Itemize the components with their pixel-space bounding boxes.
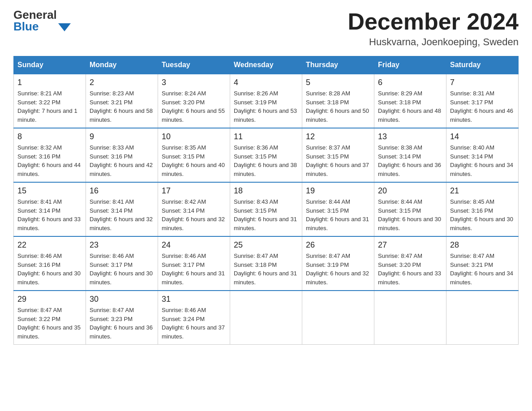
sunrise-label: Sunrise: 8:44 AM: [378, 198, 422, 205]
table-row: [230, 291, 302, 345]
sunset-label: Sunset: 3:14 PM: [378, 153, 421, 160]
page-header: General Blue December 2024 Huskvarna, Jo…: [13, 9, 519, 48]
day-number: 11: [234, 132, 298, 141]
day-info: Sunrise: 8:29 AM Sunset: 3:18 PM Dayligh…: [378, 89, 442, 124]
sunrise-label: Sunrise: 8:47 AM: [90, 307, 134, 313]
daylight-label: Daylight: 6 hours and 36 minutes.: [90, 324, 153, 340]
day-info: Sunrise: 8:44 AM Sunset: 3:15 PM Dayligh…: [306, 197, 370, 232]
day-number: 14: [450, 132, 515, 141]
daylight-label: Daylight: 6 hours and 44 minutes.: [17, 162, 81, 177]
sunset-label: Sunset: 3:14 PM: [17, 207, 60, 214]
table-row: 1 Sunrise: 8:21 AM Sunset: 3:22 PM Dayli…: [14, 74, 86, 128]
sunset-label: Sunset: 3:16 PM: [17, 153, 60, 160]
day-number: 12: [306, 132, 370, 141]
table-row: [302, 291, 374, 345]
day-info: Sunrise: 8:43 AM Sunset: 3:15 PM Dayligh…: [234, 197, 298, 232]
day-number: 24: [162, 240, 226, 250]
calendar-week-row: 8 Sunrise: 8:32 AM Sunset: 3:16 PM Dayli…: [14, 128, 519, 182]
sunrise-label: Sunrise: 8:43 AM: [234, 198, 278, 205]
sunset-label: Sunset: 3:16 PM: [90, 153, 133, 160]
sunset-label: Sunset: 3:15 PM: [162, 153, 205, 160]
sunset-label: Sunset: 3:22 PM: [17, 316, 60, 322]
logo: General Blue: [13, 9, 71, 32]
sunrise-label: Sunrise: 8:35 AM: [162, 144, 206, 151]
calendar-week-row: 15 Sunrise: 8:41 AM Sunset: 3:14 PM Dayl…: [14, 182, 519, 236]
sunrise-label: Sunrise: 8:21 AM: [17, 90, 62, 97]
day-info: Sunrise: 8:40 AM Sunset: 3:14 PM Dayligh…: [450, 143, 515, 178]
logo-blue-text: Blue: [13, 21, 57, 32]
sunset-label: Sunset: 3:23 PM: [90, 316, 133, 322]
day-info: Sunrise: 8:41 AM Sunset: 3:14 PM Dayligh…: [90, 197, 154, 232]
daylight-label: Daylight: 7 hours and 1 minute.: [17, 107, 77, 123]
day-info: Sunrise: 8:32 AM Sunset: 3:16 PM Dayligh…: [17, 143, 82, 178]
day-number: 31: [162, 295, 226, 304]
day-number: 29: [17, 295, 82, 304]
table-row: 3 Sunrise: 8:24 AM Sunset: 3:20 PM Dayli…: [158, 74, 230, 128]
sunset-label: Sunset: 3:15 PM: [234, 207, 277, 214]
sunset-label: Sunset: 3:14 PM: [90, 207, 133, 214]
sunrise-label: Sunrise: 8:41 AM: [90, 198, 134, 205]
daylight-label: Daylight: 6 hours and 30 minutes.: [450, 216, 513, 231]
sunrise-label: Sunrise: 8:31 AM: [450, 90, 494, 97]
sunrise-label: Sunrise: 8:47 AM: [450, 253, 494, 259]
day-info: Sunrise: 8:21 AM Sunset: 3:22 PM Dayligh…: [17, 89, 82, 124]
sunrise-label: Sunrise: 8:46 AM: [162, 253, 206, 259]
sunset-label: Sunset: 3:21 PM: [90, 99, 133, 106]
day-number: 20: [378, 186, 442, 196]
sunrise-label: Sunrise: 8:32 AM: [17, 144, 62, 151]
table-row: 17 Sunrise: 8:42 AM Sunset: 3:14 PM Dayl…: [158, 182, 230, 236]
day-number: 6: [378, 78, 442, 87]
table-row: 5 Sunrise: 8:28 AM Sunset: 3:18 PM Dayli…: [302, 74, 374, 128]
day-info: Sunrise: 8:47 AM Sunset: 3:22 PM Dayligh…: [17, 306, 82, 341]
day-info: Sunrise: 8:35 AM Sunset: 3:15 PM Dayligh…: [162, 143, 226, 178]
col-thursday: Thursday: [302, 56, 374, 74]
sunrise-label: Sunrise: 8:36 AM: [234, 144, 278, 151]
daylight-label: Daylight: 6 hours and 31 minutes.: [306, 216, 369, 231]
daylight-label: Daylight: 6 hours and 48 minutes.: [378, 107, 441, 123]
sunset-label: Sunset: 3:20 PM: [162, 99, 205, 106]
sunrise-label: Sunrise: 8:46 AM: [17, 253, 62, 259]
col-wednesday: Wednesday: [230, 56, 302, 74]
sunrise-label: Sunrise: 8:38 AM: [378, 144, 422, 151]
daylight-label: Daylight: 6 hours and 35 minutes.: [17, 324, 81, 340]
sunrise-label: Sunrise: 8:28 AM: [306, 90, 350, 97]
daylight-label: Daylight: 6 hours and 50 minutes.: [306, 107, 369, 123]
sunset-label: Sunset: 3:15 PM: [378, 207, 421, 214]
sunset-label: Sunset: 3:17 PM: [162, 261, 205, 268]
day-number: 23: [90, 240, 154, 250]
day-info: Sunrise: 8:46 AM Sunset: 3:17 PM Dayligh…: [162, 252, 226, 287]
table-row: [374, 291, 446, 345]
day-info: Sunrise: 8:37 AM Sunset: 3:15 PM Dayligh…: [306, 143, 370, 178]
sunrise-label: Sunrise: 8:40 AM: [450, 144, 494, 151]
table-row: 24 Sunrise: 8:46 AM Sunset: 3:17 PM Dayl…: [158, 236, 230, 291]
daylight-label: Daylight: 6 hours and 34 minutes.: [450, 162, 513, 177]
sunset-label: Sunset: 3:20 PM: [378, 261, 421, 268]
daylight-label: Daylight: 6 hours and 34 minutes.: [450, 270, 513, 286]
day-info: Sunrise: 8:28 AM Sunset: 3:18 PM Dayligh…: [306, 89, 370, 124]
sunrise-label: Sunrise: 8:47 AM: [306, 253, 350, 259]
daylight-label: Daylight: 6 hours and 30 minutes.: [17, 270, 81, 286]
sunrise-label: Sunrise: 8:41 AM: [17, 198, 62, 205]
sunset-label: Sunset: 3:19 PM: [234, 99, 277, 106]
daylight-label: Daylight: 6 hours and 40 minutes.: [162, 162, 225, 177]
location-subtitle: Huskvarna, Joenkoeping, Sweden: [348, 36, 519, 48]
day-info: Sunrise: 8:46 AM Sunset: 3:24 PM Dayligh…: [162, 306, 226, 341]
table-row: 27 Sunrise: 8:47 AM Sunset: 3:20 PM Dayl…: [374, 236, 446, 291]
table-row: 31 Sunrise: 8:46 AM Sunset: 3:24 PM Dayl…: [158, 291, 230, 345]
day-info: Sunrise: 8:36 AM Sunset: 3:15 PM Dayligh…: [234, 143, 298, 178]
daylight-label: Daylight: 6 hours and 31 minutes.: [162, 270, 225, 286]
sunrise-label: Sunrise: 8:24 AM: [162, 90, 206, 97]
day-number: 13: [378, 132, 442, 141]
month-year-title: December 2024: [348, 9, 519, 34]
sunrise-label: Sunrise: 8:44 AM: [306, 198, 350, 205]
sunset-label: Sunset: 3:19 PM: [306, 261, 349, 268]
sunset-label: Sunset: 3:14 PM: [450, 153, 493, 160]
table-row: 20 Sunrise: 8:44 AM Sunset: 3:15 PM Dayl…: [374, 182, 446, 236]
table-row: 19 Sunrise: 8:44 AM Sunset: 3:15 PM Dayl…: [302, 182, 374, 236]
day-number: 27: [378, 240, 442, 250]
sunset-label: Sunset: 3:16 PM: [450, 207, 493, 214]
col-tuesday: Tuesday: [158, 56, 230, 74]
day-number: 28: [450, 240, 515, 250]
sunset-label: Sunset: 3:18 PM: [378, 99, 421, 106]
sunrise-label: Sunrise: 8:29 AM: [378, 90, 422, 97]
